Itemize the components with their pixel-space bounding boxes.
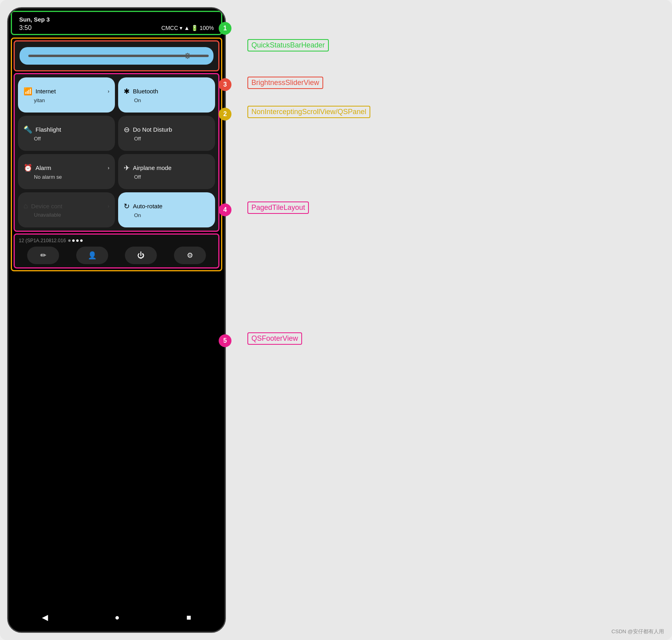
bluetooth-tile[interactable]: ✱ Bluetooth On [118, 77, 215, 113]
power-button[interactable]: ⏻ [125, 247, 157, 264]
internet-chevron: › [108, 89, 109, 94]
brightness-slider-view[interactable]: ⚙ [14, 40, 219, 71]
dot-4 [80, 239, 83, 242]
dnd-tile[interactable]: ⊖ Do Not Disturb Off [118, 116, 215, 151]
signal-icon: ▲ [184, 25, 190, 31]
home-button[interactable]: ● [115, 613, 119, 622]
flashlight-subtitle: Off [24, 136, 109, 142]
footer-buttons: ✏ 👤 ⏻ ⚙ [19, 247, 214, 264]
device-control-tile[interactable]: ⌂ Device cont › Unavailable [18, 192, 115, 227]
non-intercepting-scroll-view: ⚙ 📶 Internet › yitan ✱ [11, 38, 222, 271]
flashlight-title: Flashlight [36, 126, 61, 133]
footer-dots [68, 239, 83, 242]
battery-icon: 🔋 [191, 25, 198, 31]
airplane-title: Airplane mode [133, 164, 172, 171]
flashlight-icon: 🔦 [24, 125, 32, 134]
status-icons: CMCC ▾ ▲ 🔋 100% [161, 25, 214, 31]
device-control-subtitle: Unavailable [24, 212, 109, 218]
internet-icon: 📶 [24, 87, 32, 96]
device-control-icon: ⌂ [24, 202, 28, 210]
alarm-subtitle: No alarm se [24, 174, 109, 180]
bluetooth-icon: ✱ [124, 87, 130, 96]
watermark: CSDN @安仔都有人用 [611, 628, 664, 635]
status-date: Sun, Sep 3 [19, 16, 214, 23]
autorotate-title: Auto-rotate [133, 203, 162, 209]
build-text: 12 (SP1A.210812.016 [19, 238, 66, 243]
device-control-title: Device cont [31, 203, 62, 209]
recents-button[interactable]: ■ [186, 613, 191, 622]
footer-build-row: 12 (SP1A.210812.016 [19, 238, 214, 243]
internet-tile[interactable]: 📶 Internet › yitan [18, 77, 115, 113]
tiles-grid: 📶 Internet › yitan ✱ Bluetooth On [18, 77, 215, 227]
carrier-label: CMCC [161, 25, 178, 31]
brightness-track[interactable]: ⚙ [20, 47, 213, 65]
bluetooth-title: Bluetooth [133, 88, 158, 95]
dnd-subtitle: Off [124, 136, 210, 142]
alarm-chevron: › [108, 165, 109, 171]
nav-bar: ◀ ● ■ [8, 605, 225, 632]
battery-percent: 100% [200, 25, 214, 31]
device-control-chevron: › [108, 203, 109, 209]
quick-status-bar-header: Sun, Sep 3 3:50 CMCC ▾ ▲ 🔋 100% [11, 11, 222, 35]
alarm-tile[interactable]: ⏰ Alarm › No alarm se [18, 154, 115, 189]
back-button[interactable]: ◀ [42, 612, 48, 622]
dot-1 [68, 239, 71, 242]
settings-button[interactable]: ⚙ [174, 247, 206, 264]
internet-subtitle: yitan [24, 97, 109, 103]
brightness-tail [28, 55, 209, 57]
user-button[interactable]: 👤 [76, 247, 108, 264]
autorotate-subtitle: On [124, 212, 210, 218]
dnd-icon: ⊖ [124, 125, 130, 134]
wifi-icon: ▾ [180, 25, 182, 31]
phone-frame: Sun, Sep 3 3:50 CMCC ▾ ▲ 🔋 100% ⚙ [7, 7, 226, 633]
airplane-tile[interactable]: ✈ Airplane mode Off [118, 154, 215, 189]
autorotate-tile[interactable]: ↻ Auto-rotate On [118, 192, 215, 227]
brightness-gear-icon: ⚙ [184, 51, 191, 61]
autorotate-icon: ↻ [124, 202, 130, 211]
flashlight-tile[interactable]: 🔦 Flashlight Off [18, 116, 115, 151]
dot-2 [72, 239, 75, 242]
edit-button[interactable]: ✏ [27, 247, 59, 264]
bluetooth-subtitle: On [124, 97, 210, 103]
alarm-icon: ⏰ [24, 164, 32, 172]
internet-title: Internet [36, 88, 56, 95]
status-time: 3:50 [19, 24, 32, 32]
dnd-title: Do Not Disturb [133, 126, 172, 133]
qs-footer-view: 12 (SP1A.210812.016 ✏ 👤 ⏻ ⚙ [14, 233, 219, 269]
airplane-subtitle: Off [124, 174, 210, 180]
dot-3 [76, 239, 79, 242]
airplane-icon: ✈ [124, 164, 130, 172]
alarm-title: Alarm [36, 164, 51, 171]
paged-tile-layout: 📶 Internet › yitan ✱ Bluetooth On [14, 73, 219, 232]
status-bottom-row: 3:50 CMCC ▾ ▲ 🔋 100% [19, 24, 214, 32]
